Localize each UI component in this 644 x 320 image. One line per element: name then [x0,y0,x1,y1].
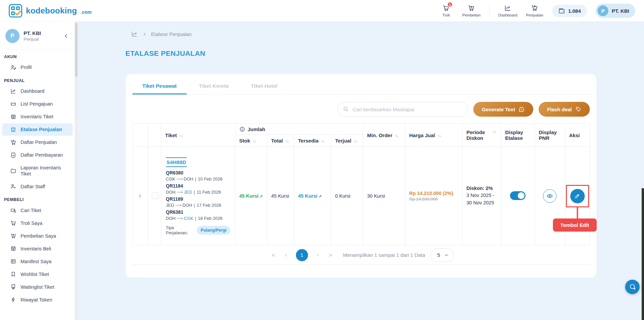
sidebar-item-manifest-saya[interactable]: Manifest Saya [2,255,73,268]
booking-code-link[interactable]: S4H88D [166,157,187,167]
col-aksi: Aksi [565,124,590,147]
col-harga-jual: Harga Jual↑↓ [405,124,462,147]
min-order-cell: 30 Kursi [363,147,405,245]
flash-deal-button[interactable]: Flash deal [539,102,589,117]
sidebar-item-daftar-pembayaran[interactable]: Daftar Pembayaran [2,149,73,161]
trip-type-label: Tipe Perjalanan: [166,225,195,235]
sidebar-item-etalase-penjualan[interactable]: Etalase Penjualan [2,123,73,136]
brand-name: kodebooking [26,6,77,15]
pembelian-nav-button[interactable]: Pembelian [462,4,480,17]
col-periode-diskon: Periode Diskon↑↓ [462,124,501,147]
sidebar-item-inventaris-tiket[interactable]: Inventaris Tiket [2,111,73,123]
sort-icon[interactable]: ↑↓ [321,139,324,144]
col-display-pnr: Display PNR [535,124,565,147]
document-check-icon [10,152,16,158]
tab-tiket-pesawat[interactable]: Tiket Pesawat [132,83,187,94]
tab-tiket-kereta[interactable]: Tiket Kereta [189,83,239,94]
sidebar-collapse-button[interactable] [62,32,70,40]
pagination-page-1[interactable]: 1 [296,249,308,261]
sidebar-item-daftar-staff[interactable]: Daftar Staff [2,180,73,193]
sort-icon[interactable]: ↑↓ [395,133,398,138]
cart-up-icon [10,139,16,146]
bookmark-icon [10,271,16,277]
sidebar-item-laporan-inventaris-tiket[interactable]: Laporan Inventaris Tiket [2,162,73,180]
harga-jual-value: Rp 14.210.000 (2%) [409,191,458,196]
sidebar-item-list-pengajuan[interactable]: List Pengajuan [2,98,73,110]
table-controls: Generate Text Flash deal [126,94,597,117]
sidebar-scrollbar-thumb[interactable] [75,23,77,77]
chat-fab-button[interactable] [625,280,640,294]
flight-number: QR6381 [166,209,230,215]
penjualan-nav-button[interactable]: Penjualan [526,4,543,17]
sidebar-item-inventaris-beli[interactable]: Inventaris Beli [2,242,73,255]
sidebar-item-cari-tiket[interactable]: Cari Tiket [2,204,73,216]
sidebar-item-label: Laporan Inventaris Tiket [21,165,68,177]
sidebar-item-pembelian-saya[interactable]: Pembelian Saya [2,230,73,242]
tag-icon [575,106,581,112]
dashboard-nav-button[interactable]: Dashboard [498,4,517,17]
sort-icon[interactable]: ↑↓ [285,139,289,144]
tab-tiket-hotel[interactable]: Tiket Hotel [241,83,287,94]
pagination-prev-button[interactable]: ‹ [280,249,292,261]
user-name: PT. KBI [612,8,629,14]
sort-icon[interactable]: ↑↓ [493,129,496,134]
troli-label: Troli [442,13,450,17]
pagination-last-button[interactable]: » [325,249,336,261]
user-menu[interactable]: P PT. KBI [596,4,635,18]
cart-up-icon [531,4,538,12]
breadcrumb-chart-icon[interactable] [131,31,138,38]
sort-icon[interactable]: ↑↓ [354,139,357,144]
user-plus-icon [10,183,16,190]
sort-icon[interactable]: ↑↓ [252,139,256,144]
airport-link[interactable]: CGK [184,216,193,221]
troli-nav-button[interactable]: 1 Troli [439,4,453,17]
flash-deal-label: Flash deal [547,107,572,112]
wallet-balance-pill[interactable]: 1.084 [552,5,587,17]
sidebar-item-waitinglist-tiket[interactable]: Waitinglist Tiket [2,281,73,293]
pagination-first-button[interactable]: « [268,249,279,261]
trend-up-icon[interactable]: ↗ [318,194,322,199]
penjualan-label: Penjualan [526,13,543,17]
wallet-balance: 1.084 [568,8,581,14]
row-expand-button[interactable] [132,147,147,245]
dashboard-label: Dashboard [498,13,517,17]
pagination-next-button[interactable]: › [312,249,324,261]
page-scrollbar-thumb[interactable] [642,188,644,320]
bolt-icon [10,296,16,303]
top-bar: kodebooking .com 1 Troli Pembelian Dashb… [0,0,644,22]
sidebar-item-troli-saya[interactable]: Troli Saya [2,217,73,229]
trend-up-icon[interactable]: ↗ [260,194,263,199]
troli-badge: 1 [447,2,453,7]
row-select-cell [147,147,161,245]
pagination: « ‹ 1 › » Menampilkan 1 sampai 1 dari 1 … [132,245,590,265]
col-min-order: Min. Order↑↓ [363,124,405,147]
breadcrumb-separator-icon [142,32,147,36]
display-etalase-toggle[interactable] [510,191,526,200]
sidebar-item-riwayat-token[interactable]: Riwayat Token [2,293,73,306]
edit-button[interactable] [570,189,585,203]
airport-link[interactable]: JED [184,190,192,195]
sort-icon[interactable]: ↑↓ [437,133,441,138]
wallet-icon [558,7,565,14]
sidebar-item-dashboard[interactable]: Dashboard [2,85,73,97]
sidebar-scrollbar[interactable] [75,22,78,320]
header-divider [489,6,489,16]
brand-logo[interactable]: kodebooking .com [9,4,92,17]
sidebar-item-label: Wishlist Tiket [21,271,49,277]
profile-role: Penjual [24,37,41,42]
flight-route: JED⟶DOH|17 Feb 2026 [166,203,230,208]
sidebar-item-label: List Pengajuan [21,101,53,107]
sidebar-item-wishlist-tiket[interactable]: Wishlist Tiket [2,268,73,280]
info-icon[interactable] [239,126,245,132]
sidebar-item-daftar-penjualan[interactable]: Daftar Penjualan [2,136,73,149]
row-checkbox[interactable] [152,192,159,199]
generate-text-button[interactable]: Generate Text [473,102,533,117]
col-display-etalase: Display Etalase [501,124,535,147]
page-size-select[interactable]: 5 [431,248,454,262]
receipt-clock-icon [10,284,16,290]
view-pnr-button[interactable] [543,189,556,203]
sidebar-item-profil[interactable]: Profil [2,61,73,74]
search-input[interactable] [337,102,468,117]
sidebar-item-label: Manifest Saya [21,258,52,265]
sort-icon[interactable]: ↑↓ [179,133,182,138]
